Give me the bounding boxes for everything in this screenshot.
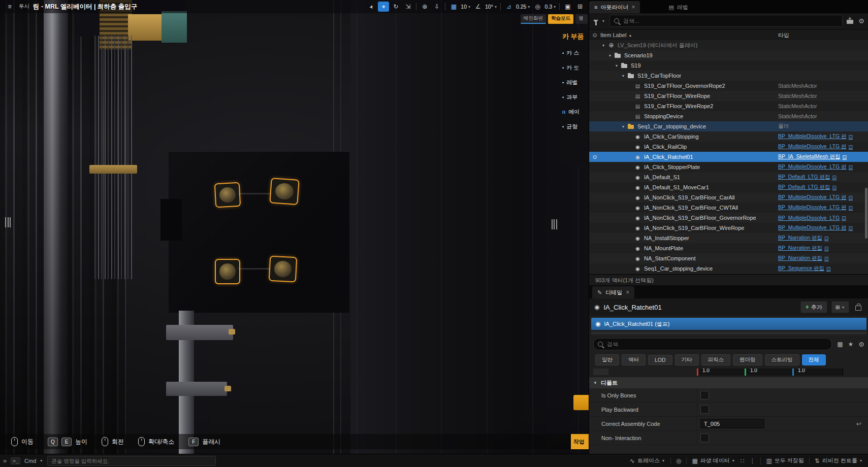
- property-matrix-icon[interactable]: [837, 341, 843, 348]
- filter-chip[interactable]: 기타: [675, 354, 699, 365]
- outliner-row[interactable]: Seq1_Car_stopping_device 폴더: [589, 121, 868, 131]
- car-part-item[interactable]: II 에이: [559, 105, 589, 119]
- row-type-link[interactable]: BP_MultipleDissolve_LTG 편: [778, 143, 868, 150]
- chevron-down-icon[interactable]: [40, 458, 42, 463]
- console-input[interactable]: [47, 456, 216, 466]
- details-search-box[interactable]: [593, 338, 832, 350]
- outliner-row[interactable]: IA_Click_CarStopping BP_MultipleDissolve…: [589, 131, 868, 142]
- scale-tool-icon[interactable]: [402, 2, 413, 12]
- viewport-menu-icon[interactable]: [4, 2, 15, 12]
- play-backward-checkbox[interactable]: [700, 405, 709, 414]
- outliner-row[interactable]: IA_Default_S1 BP_Default_LTG 편집: [589, 172, 868, 182]
- tab-main-screen[interactable]: 메인화면: [521, 14, 546, 24]
- assembly-code-input[interactable]: [700, 419, 764, 428]
- viewport-perspective-label[interactable]: 투시: [19, 3, 29, 10]
- outliner-row[interactable]: IA_NonClick_S19_CarBFloor_CarAll BP_Mult…: [589, 192, 868, 203]
- outliner-settings-icon[interactable]: [858, 17, 864, 25]
- filter-chip[interactable]: 스트리밍: [765, 354, 799, 365]
- filter-chip[interactable]: 렌더링: [733, 354, 762, 365]
- visibility-column-eye-icon[interactable]: [589, 32, 600, 39]
- trace-button[interactable]: 트레이스: [630, 457, 665, 464]
- car-part-item[interactable]: • 과부: [559, 90, 589, 105]
- lock-icon[interactable]: [855, 306, 861, 311]
- tab-video[interactable]: 영: [575, 14, 588, 24]
- filter-chip[interactable]: 액터: [622, 354, 646, 365]
- select-tool-icon[interactable]: [366, 2, 377, 12]
- expand-arrow-icon[interactable]: [616, 63, 621, 68]
- row-type-link[interactable]: BP_Sequence 편집: [778, 265, 868, 272]
- grid-snap-value[interactable]: 10: [460, 4, 467, 10]
- move-tool-icon[interactable]: [378, 2, 389, 12]
- right-splitter-grip[interactable]: [552, 219, 557, 229]
- tab-details[interactable]: 디테일: [592, 286, 634, 298]
- add-component-button[interactable]: 추가: [800, 301, 827, 313]
- camera-speed-icon[interactable]: [532, 2, 543, 12]
- derived-data-button[interactable]: 파생 데이터: [692, 457, 735, 464]
- chevron-down-icon[interactable]: [554, 5, 556, 9]
- row-type-link[interactable]: 폴더: [778, 123, 868, 130]
- row-type-link[interactable]: BP_MultipleDissolve_LTG 편: [778, 133, 868, 140]
- row-type-link[interactable]: BP_MultipleDissolve_LTG 편: [778, 194, 868, 201]
- camera-speed-value[interactable]: 0.3: [544, 4, 553, 10]
- car-part-item[interactable]: • 카 도: [559, 60, 589, 75]
- rotate-tool-icon[interactable]: [390, 2, 401, 12]
- expand-arrow-icon[interactable]: [622, 74, 627, 78]
- row-type-link[interactable]: BP_IA_SkeletalMesh 편집: [778, 153, 868, 160]
- outliner-row[interactable]: S19_CarTopFloor: [589, 71, 868, 81]
- filter-chip[interactable]: 피직스: [701, 354, 731, 365]
- all-saved-button[interactable]: 모두 저장됨: [766, 457, 803, 464]
- tab-levels[interactable]: 레벨: [663, 1, 693, 13]
- column-item-label[interactable]: Item Label: [600, 32, 778, 38]
- close-icon[interactable]: [626, 289, 629, 296]
- outliner-search-input[interactable]: [622, 17, 838, 24]
- filter-funnel-icon[interactable]: [593, 20, 598, 23]
- surface-snap-icon[interactable]: [431, 2, 442, 12]
- tab-learning-mode[interactable]: 학습모드: [548, 14, 573, 24]
- filter-chip[interactable]: LOD: [648, 355, 672, 365]
- vector-y-field[interactable]: 1.0: [745, 369, 795, 376]
- expand-arrow-icon[interactable]: [609, 53, 614, 58]
- blueprint-split-button[interactable]: [831, 301, 849, 313]
- non-interaction-checkbox[interactable]: [700, 433, 709, 442]
- rotation-snap-icon[interactable]: [472, 2, 484, 12]
- chevron-down-icon[interactable]: [528, 5, 530, 9]
- outliner-scrollbar-thumb[interactable]: [865, 188, 867, 239]
- outliner-row[interactable]: IA_NonClick_S19_CarBFloor_GovernorRope B…: [589, 213, 868, 223]
- left-splitter-grip[interactable]: [5, 217, 11, 227]
- chevron-down-icon[interactable]: [602, 19, 604, 23]
- collapse-arrow-icon[interactable]: [593, 381, 597, 385]
- row-type-link[interactable]: BP_Default_LTG 편집: [778, 184, 868, 191]
- column-type-label[interactable]: 타입: [778, 31, 868, 39]
- row-type-link[interactable]: BP_MultipleDissolve_LTG: [778, 215, 868, 221]
- outliner-row[interactable]: NA_InstallStopper BP_Narration 편집: [589, 233, 868, 243]
- rotation-snap-value[interactable]: 10°: [485, 4, 494, 10]
- scale-snap-value[interactable]: 0.25: [516, 4, 527, 10]
- orange-panel-fragment[interactable]: [573, 395, 589, 410]
- favorites-icon[interactable]: [848, 341, 854, 348]
- expand-arrow-icon[interactable]: [602, 43, 607, 48]
- vector-z-field[interactable]: 1.0: [792, 369, 843, 376]
- outliner-row[interactable]: IA_NonClick_S19_CarBFloor_WireRope BP_Mu…: [589, 223, 868, 233]
- outliner-row[interactable]: StoppingDevice StaticMeshActor: [589, 111, 868, 121]
- outliner-row[interactable]: S19_CarTFloor_GovernorRope2 StaticMeshAc…: [589, 81, 868, 91]
- close-icon[interactable]: [631, 4, 635, 11]
- outliner-row[interactable]: IA_NonClick_S19_CarBFloor_CWTAll BP_Mult…: [589, 203, 868, 213]
- expand-arrow-icon[interactable]: [622, 124, 627, 129]
- revision-control-button[interactable]: 리비전 컨트롤: [815, 457, 863, 464]
- car-part-item[interactable]: • 카 스: [559, 46, 589, 60]
- row-type-link[interactable]: BP_MultipleDissolve_LTG 편: [778, 163, 868, 171]
- filter-chip[interactable]: 전체: [802, 354, 826, 365]
- component-self-row[interactable]: IA_Click_Ratchet01 (셀프): [591, 318, 866, 330]
- row-type-link[interactable]: StaticMeshActor: [778, 103, 868, 109]
- outliner-row[interactable]: IA_Default_S1_MoveCar1 BP_Default_LTG 편집: [589, 182, 868, 192]
- outliner-row[interactable]: Seq1_Car_stopping_device BP_Sequence 편집: [589, 263, 868, 274]
- vector-x-field[interactable]: 1.0: [697, 369, 748, 376]
- filter-chip[interactable]: 일반: [595, 354, 619, 365]
- row-type-link[interactable]: BP_Narration 편집: [778, 235, 868, 242]
- section-default[interactable]: 디폴트: [589, 377, 868, 389]
- visibility-eye-icon[interactable]: [589, 154, 600, 160]
- row-type-link[interactable]: BP_Narration 편집: [778, 255, 868, 262]
- row-type-link[interactable]: BP_Default_LTG 편집: [778, 174, 868, 181]
- reset-to-default-icon[interactable]: [856, 420, 861, 427]
- car-part-item[interactable]: • 레벨: [559, 75, 589, 90]
